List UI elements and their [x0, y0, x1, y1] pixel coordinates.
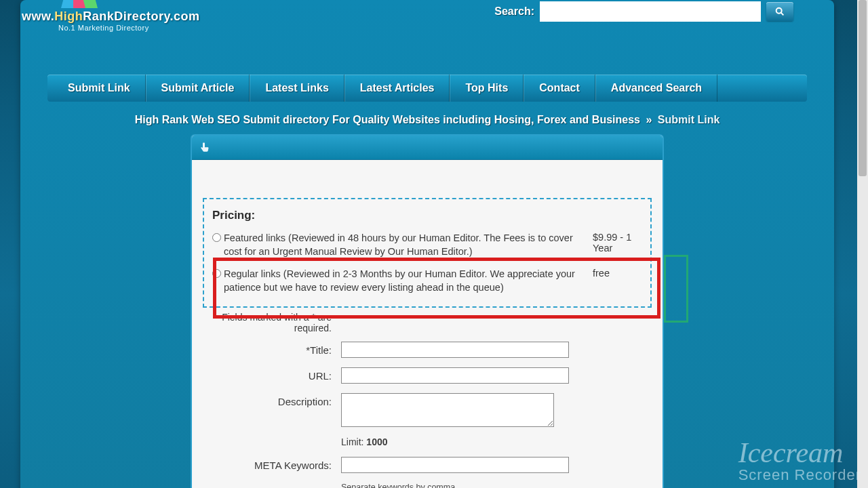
row-title: *Title:: [203, 342, 652, 358]
nav-latest-articles[interactable]: Latest Articles: [344, 75, 450, 102]
regular-radio[interactable]: [212, 269, 221, 278]
header: www.HighRankDirectory.com No.1 Marketing…: [20, 0, 834, 41]
search-label: Search:: [494, 5, 534, 18]
pricing-option-featured[interactable]: Featured links (Reviewed in 48 hours by …: [212, 232, 642, 258]
pricing-heading: Pricing:: [212, 209, 642, 222]
description-input[interactable]: [341, 393, 554, 427]
nav-top-hits[interactable]: Top Hits: [450, 75, 524, 102]
url-label: URL:: [203, 367, 332, 382]
hand-pointer-icon: [199, 140, 211, 155]
url-input[interactable]: [341, 367, 569, 384]
meta-keywords-hint: Separate keywords by comma.: [341, 483, 652, 488]
nav-latest-links[interactable]: Latest Links: [250, 75, 344, 102]
nav-submit-link[interactable]: Submit Link: [53, 75, 146, 102]
title-input[interactable]: [341, 342, 569, 358]
scrollbar-thumb[interactable]: [859, 0, 867, 176]
card-header: [192, 136, 663, 160]
logo-subtitle: No.1 Marketing Directory: [58, 24, 200, 32]
card-body: Pricing: Featured links (Reviewed in 48 …: [192, 160, 663, 488]
page-container: www.HighRankDirectory.com No.1 Marketing…: [20, 0, 834, 488]
featured-price: $9.99 - 1 Year: [593, 232, 642, 253]
annotation-green-highlight: [664, 255, 688, 323]
meta-keywords-input[interactable]: [341, 457, 569, 473]
nav-submit-article[interactable]: Submit Article: [146, 75, 250, 102]
breadcrumb-root[interactable]: High Rank Web SEO Submit directory For Q…: [135, 114, 640, 125]
search-button[interactable]: [766, 2, 793, 21]
meta-keywords-label: META Keywords:: [203, 457, 332, 471]
featured-radio[interactable]: [212, 233, 221, 242]
row-meta-keywords: META Keywords:: [203, 457, 652, 473]
form-card: Pricing: Featured links (Reviewed in 48 …: [191, 134, 664, 488]
description-limit: Limit: 1000: [341, 436, 652, 447]
search-bar: Search:: [494, 1, 793, 22]
site-logo[interactable]: www.HighRankDirectory.com No.1 Marketing…: [20, 0, 200, 32]
logo-icon: [61, 0, 98, 8]
pricing-box: Pricing: Featured links (Reviewed in 48 …: [203, 198, 652, 308]
pricing-option-regular[interactable]: Regular links (Reviewed in 2-3 Months by…: [212, 268, 642, 294]
logo-text: www.HighRankDirectory.com: [22, 9, 200, 24]
search-icon: [774, 6, 785, 17]
search-input[interactable]: [540, 1, 761, 22]
description-label: Description:: [203, 393, 332, 407]
main-nav: Submit Link Submit Article Latest Links …: [47, 75, 807, 102]
nav-contact[interactable]: Contact: [524, 75, 595, 102]
svg-line-1: [781, 13, 784, 16]
breadcrumb: High Rank Web SEO Submit directory For Q…: [20, 114, 834, 126]
breadcrumb-sep: »: [646, 114, 652, 125]
svg-point-0: [776, 8, 782, 14]
featured-desc: Featured links (Reviewed in 48 hours by …: [224, 232, 590, 258]
required-note: Fields marked with a * are required.: [203, 312, 332, 333]
breadcrumb-tail: Submit Link: [658, 114, 720, 125]
nav-advanced-search[interactable]: Advanced Search: [595, 75, 717, 102]
regular-desc: Regular links (Reviewed in 2-3 Months by…: [224, 268, 590, 294]
regular-price: free: [593, 268, 642, 279]
title-label: *Title:: [203, 342, 332, 356]
window-scrollbar[interactable]: [857, 0, 868, 488]
row-url: URL:: [203, 367, 652, 384]
row-description: Description:: [203, 393, 652, 427]
